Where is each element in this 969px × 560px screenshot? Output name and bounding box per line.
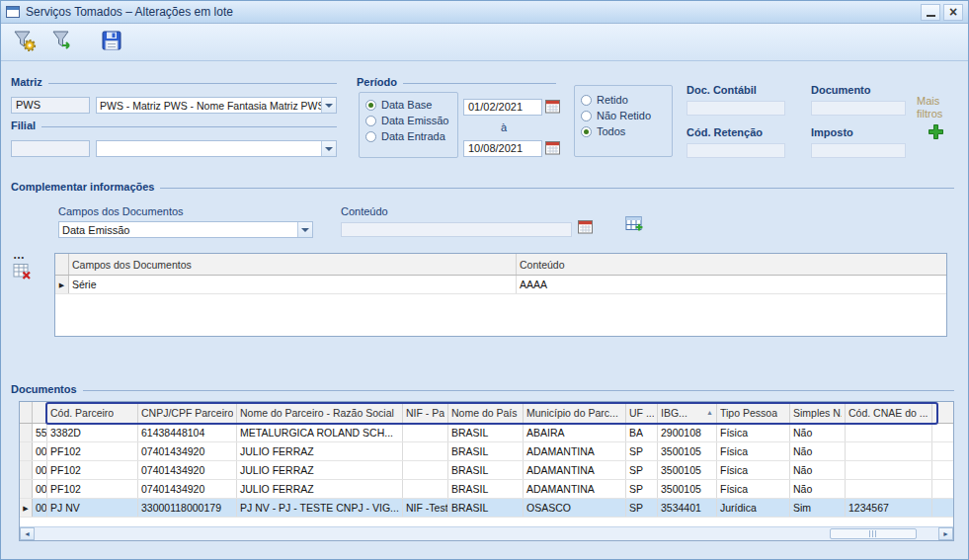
- documento-field[interactable]: [811, 101, 906, 116]
- cell[interactable]: BRASIL: [448, 424, 524, 441]
- row-selector[interactable]: [20, 461, 33, 479]
- conteudo-calendar-button[interactable]: [578, 219, 593, 238]
- cell[interactable]: 00: [33, 442, 47, 460]
- calendar-button-inicial[interactable]: [545, 99, 560, 118]
- data-inicial-field[interactable]: 01/02/2021: [463, 99, 542, 116]
- column-header[interactable]: Nome do Parceiro - Razão Social: [237, 402, 403, 423]
- cell[interactable]: ADAMANTINA: [524, 442, 626, 460]
- filter-apply-button[interactable]: [47, 28, 79, 57]
- radio-option-data-entrada[interactable]: Data Entrada: [365, 130, 451, 142]
- row-selector[interactable]: [20, 480, 33, 498]
- filter-config-button[interactable]: [9, 28, 40, 57]
- column-header[interactable]: NIF - Pa...: [403, 402, 448, 423]
- filial-code-field[interactable]: [11, 140, 90, 157]
- cell[interactable]: Sim: [790, 499, 846, 517]
- cell[interactable]: Jurídica: [717, 499, 790, 517]
- grid-row[interactable]: ▶00PJ NV33000118000179PJ NV - PJ - TESTE…: [20, 499, 953, 518]
- cell[interactable]: JULIO FERRAZ: [237, 461, 403, 479]
- row-selector[interactable]: ▶: [55, 276, 69, 293]
- cell[interactable]: BRASIL: [448, 461, 524, 479]
- cell[interactable]: [403, 480, 448, 498]
- cell[interactable]: SP: [626, 499, 658, 517]
- cell[interactable]: [403, 442, 448, 460]
- cell[interactable]: [846, 424, 932, 441]
- column-header[interactable]: Nome do País: [448, 402, 524, 423]
- cell[interactable]: 61438448104: [138, 424, 237, 441]
- column-header[interactable]: CNPJ/CPF Parceiro: [138, 402, 237, 423]
- cell[interactable]: NIF -Teste: [403, 499, 448, 517]
- column-header[interactable]: IBG...▲: [658, 402, 717, 423]
- cell[interactable]: BA: [626, 424, 658, 441]
- column-header[interactable]: Simples N...: [790, 402, 846, 423]
- filial-select[interactable]: [96, 140, 337, 157]
- cell[interactable]: 07401434920: [138, 442, 237, 460]
- row-selector[interactable]: [20, 424, 33, 441]
- cell[interactable]: [846, 461, 932, 479]
- radio-option-data-base[interactable]: Data Base: [365, 99, 451, 111]
- cell[interactable]: Não: [790, 424, 846, 441]
- grid-row[interactable]: ▶SérieAAAA: [55, 276, 946, 294]
- cell[interactable]: 1234567: [846, 499, 932, 517]
- delete-row-button[interactable]: [13, 263, 32, 284]
- radio-option-todos[interactable]: Todos: [581, 125, 666, 137]
- cell[interactable]: ADAMANTINA: [524, 461, 626, 479]
- cell[interactable]: Não: [790, 461, 846, 479]
- row-selector[interactable]: [20, 442, 33, 460]
- cell[interactable]: 3500105: [658, 461, 717, 479]
- cell[interactable]: PF102: [47, 480, 138, 498]
- add-to-grid-button[interactable]: [625, 215, 645, 238]
- column-header[interactable]: Cód. Parceiro: [47, 402, 138, 423]
- cell[interactable]: ABAIRA: [524, 424, 626, 441]
- cell[interactable]: 00: [33, 461, 47, 479]
- cell[interactable]: METALURGICA ROLAND SCH...: [237, 424, 403, 441]
- cell[interactable]: [846, 480, 932, 498]
- data-final-field[interactable]: 10/08/2021: [463, 140, 542, 157]
- column-header[interactable]: Tipo Pessoa: [717, 402, 790, 423]
- cell[interactable]: Física: [717, 424, 790, 441]
- grid-row[interactable]: 00PF10207401434920JULIO FERRAZBRASILADAM…: [20, 480, 953, 499]
- cell[interactable]: 3500105: [658, 442, 717, 460]
- cell[interactable]: 2900108: [658, 424, 717, 441]
- cell[interactable]: 3382D: [47, 424, 138, 441]
- grid-row[interactable]: 00PF10207401434920JULIO FERRAZBRASILADAM…: [20, 461, 953, 480]
- matriz-code-field[interactable]: PWS: [11, 97, 90, 114]
- cell[interactable]: PJ NV - PJ - TESTE CNPJ - VIG...: [237, 499, 403, 517]
- close-button[interactable]: ×: [943, 4, 963, 21]
- radio-option-data-emissão[interactable]: Data Emissão: [365, 115, 451, 126]
- grid-row[interactable]: 00PF10207401434920JULIO FERRAZBRASILADAM…: [20, 442, 953, 461]
- cell[interactable]: OSASCO: [524, 499, 626, 517]
- cell[interactable]: 33000118000179: [138, 499, 237, 517]
- scrollbar-thumb[interactable]: [830, 528, 917, 539]
- matriz-select[interactable]: PWS - Matriz PWS - Nome Fantasia Matriz …: [96, 97, 337, 114]
- horizontal-scrollbar[interactable]: ◄ ►: [20, 526, 953, 540]
- cell[interactable]: Física: [717, 442, 790, 460]
- cell[interactable]: 55: [33, 424, 47, 441]
- cell[interactable]: Não: [790, 442, 846, 460]
- cell[interactable]: 00: [33, 480, 47, 498]
- cell[interactable]: 3534401: [658, 499, 717, 517]
- column-header[interactable]: [33, 402, 47, 423]
- campos-documentos-select[interactable]: Data Emissão: [58, 221, 313, 238]
- cell[interactable]: 07401434920: [138, 461, 237, 479]
- cell[interactable]: JULIO FERRAZ: [237, 480, 403, 498]
- cell[interactable]: [846, 442, 932, 460]
- cell[interactable]: SP: [626, 461, 658, 479]
- more-options-button[interactable]: …: [13, 248, 26, 262]
- cell[interactable]: SP: [626, 480, 658, 498]
- radio-option-retido[interactable]: Retido: [581, 94, 666, 106]
- cell[interactable]: Não: [790, 480, 846, 498]
- radio-option-não-retido[interactable]: Não Retido: [581, 110, 666, 121]
- cell[interactable]: SP: [626, 442, 658, 460]
- cell[interactable]: ADAMANTINA: [524, 480, 626, 498]
- cell[interactable]: JULIO FERRAZ: [237, 442, 403, 460]
- cell[interactable]: 07401434920: [138, 480, 237, 498]
- cell[interactable]: Física: [717, 480, 790, 498]
- cell[interactable]: PF102: [47, 442, 138, 460]
- cell[interactable]: [403, 461, 448, 479]
- minimize-button[interactable]: [921, 4, 940, 21]
- scroll-right-button[interactable]: ►: [938, 527, 953, 540]
- calendar-button-final[interactable]: [545, 140, 560, 159]
- cell[interactable]: PJ NV: [47, 499, 138, 517]
- mais-filtros-button[interactable]: [928, 123, 944, 144]
- conteudo-field[interactable]: [341, 222, 572, 237]
